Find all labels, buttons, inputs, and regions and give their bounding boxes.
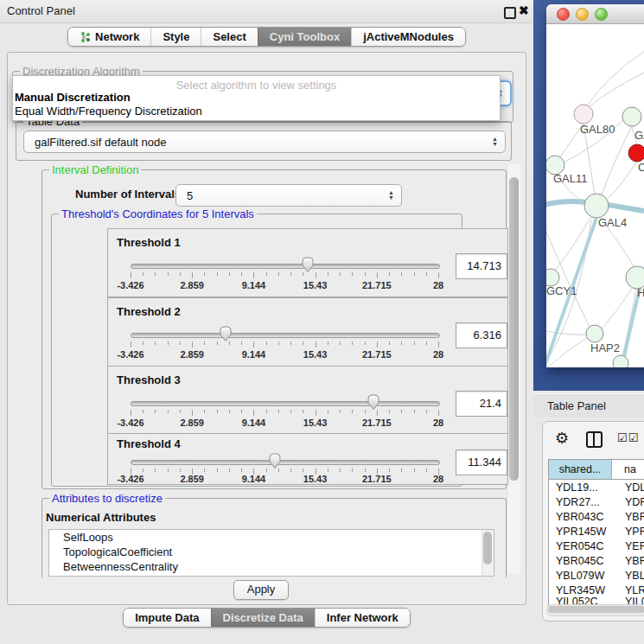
threshold-panel: Threshold 2-3.4262.8599.14415.4321.71528…	[107, 297, 508, 367]
tab-select[interactable]: Select	[201, 28, 257, 46]
network-window-titlebar	[546, 4, 644, 24]
tick-label: -3.426	[117, 349, 143, 360]
column-header-shared[interactable]: shared...	[549, 460, 612, 479]
threshold-label: Threshold 1	[117, 236, 181, 249]
node-label: HAP2	[590, 341, 620, 354]
node-label: H	[637, 286, 644, 299]
threshold-slider-track[interactable]	[131, 264, 440, 269]
tick-label: 28	[433, 349, 443, 360]
float-window-icon[interactable]	[504, 7, 516, 19]
screen: Control Panel ✖ NetworkStyleSelectCyni T…	[0, 0, 644, 644]
thresholds-title: Threshold's Coordinates for 5 Intervals	[59, 207, 257, 220]
threshold-panel: Threshold 3-3.4262.8599.14415.4321.71528…	[107, 366, 508, 434]
network-node-green[interactable]	[622, 107, 641, 126]
threshold-slider-track[interactable]	[131, 401, 440, 406]
tab-impute-data[interactable]: Impute Data	[124, 609, 210, 627]
table-row[interactable]: YDL19...YDL1	[549, 480, 644, 494]
attributes-scrollbar[interactable]	[481, 530, 494, 576]
threshold-slider-thumb[interactable]	[301, 257, 315, 273]
tick-label: 21.715	[362, 349, 392, 360]
checkbox-icons[interactable]: ☑☑	[617, 431, 639, 444]
tick-label: 15.43	[303, 349, 328, 360]
threshold-slider-track[interactable]	[131, 460, 440, 465]
number-of-intervals-combobox[interactable]: 5 ▲▼	[175, 184, 402, 207]
mac-close-icon[interactable]	[557, 8, 570, 21]
network-node-green[interactable]	[586, 325, 603, 342]
attribute-list-item[interactable]: BetweennessCentrality	[49, 559, 494, 574]
gear-icon[interactable]: ⚙	[555, 429, 569, 448]
tab-infer-network[interactable]: Infer Network	[315, 609, 410, 627]
network-node-green[interactable]	[584, 194, 609, 218]
slider-tick-labels: -3.4262.8599.14415.4321.71528	[131, 349, 438, 360]
tick-label: -3.426	[117, 474, 143, 484]
control-panel: Control Panel ✖ NetworkStyleSelectCyni T…	[0, 0, 533, 644]
threshold-value-field[interactable]: 21.4	[456, 391, 507, 417]
table-row[interactable]: YER054CYER0	[549, 539, 644, 553]
attribute-list-item[interactable]: TopologicalCoefficient	[49, 545, 494, 559]
threshold-value-field[interactable]: 6.316	[456, 322, 507, 348]
tick-label: 9.144	[242, 474, 266, 484]
cell-shared-name: YDL19...	[549, 481, 618, 494]
mac-minimize-icon[interactable]	[576, 8, 589, 21]
network-node-plain[interactable]	[574, 105, 593, 124]
network-canvas[interactable]: GAL80GACGAL11GAL4GCY1HHAP2	[546, 24, 644, 367]
numerical-attributes-list[interactable]: SelfLoopsTopologicalCoefficientBetweenne…	[48, 529, 494, 577]
table-hscrollbar-thumb[interactable]	[548, 606, 644, 613]
threshold-value-field[interactable]: 11.344	[456, 450, 507, 475]
network-icon	[80, 31, 91, 43]
tick-label: 21.715	[362, 418, 392, 428]
cell-name: YBR0	[618, 511, 644, 523]
mac-zoom-icon[interactable]	[595, 8, 608, 21]
cell-name: YBL0	[618, 570, 644, 582]
attributes-scrollbar-thumb[interactable]	[483, 532, 492, 564]
table-data-combobox[interactable]: galFiltered.sif default node ▲▼	[23, 131, 506, 153]
tab-discretize-data[interactable]: Discretize Data	[211, 609, 315, 627]
threshold-panel: Threshold 4-3.4262.8599.14415.4321.71528…	[107, 433, 508, 485]
cell-shared-name: YPR145W	[549, 526, 618, 538]
attribute-list-item[interactable]: SelfLoops	[49, 530, 494, 545]
threshold-slider-track[interactable]	[131, 333, 440, 338]
algorithm-dropdown-popup: Select algorithm to view settings Manual…	[12, 75, 501, 121]
tick-label: 2.859	[180, 474, 204, 484]
dropdown-option-manual[interactable]: Manual Discretization	[15, 91, 131, 104]
slider-tick-labels: -3.4262.8599.14415.4321.71528	[131, 418, 438, 428]
cell-shared-name: YLR345W	[549, 584, 618, 596]
threshold-label: Threshold 2	[117, 305, 181, 318]
table-hscrollbar[interactable]	[546, 604, 644, 616]
threshold-value-field[interactable]: 14.713	[456, 253, 507, 279]
panel-title: Control Panel	[7, 4, 75, 17]
settings-scrollbar[interactable]	[507, 164, 520, 574]
tick-label: 15.43	[303, 280, 328, 290]
settings-scrollbar-thumb[interactable]	[509, 177, 519, 481]
tab-jactivemnodules[interactable]: jActiveMNodules	[351, 28, 465, 46]
apply-button[interactable]: Apply	[233, 580, 289, 600]
table-row[interactable]: YBL079WYBL0	[549, 568, 644, 583]
table-row[interactable]: YDR27...YDR2	[549, 494, 644, 509]
tab-cyni-toolbox[interactable]: Cyni Toolbox	[258, 28, 351, 46]
network-node-red[interactable]	[628, 144, 644, 162]
tick-label: 2.859	[180, 418, 204, 428]
tick-label: 21.715	[362, 474, 392, 484]
interval-definition-title: Interval Definition	[49, 163, 141, 176]
table-row[interactable]: YBR045CYBR0	[549, 553, 644, 568]
tab-network[interactable]: Network	[68, 28, 150, 46]
threshold-label: Threshold 3	[117, 373, 181, 386]
table-data-group: Table Data galFiltered.sif default node …	[16, 121, 512, 161]
threshold-slider-thumb[interactable]	[219, 326, 233, 342]
network-node-green[interactable]	[546, 269, 559, 286]
threshold-slider-thumb[interactable]	[367, 394, 380, 411]
network-node-green[interactable]	[613, 355, 628, 367]
dropdown-option-equal-width[interactable]: Equal Width/Frequency Discretization	[15, 105, 202, 118]
node-label: GAL80	[580, 123, 615, 136]
tab-label: jActiveMNodules	[363, 30, 454, 43]
tab-style[interactable]: Style	[150, 28, 201, 46]
table-row[interactable]: YLR345WYLR3	[549, 583, 644, 597]
tab-label: Network	[95, 30, 139, 43]
table-row[interactable]: YPR145WYPR1	[549, 524, 644, 539]
threshold-slider-thumb[interactable]	[268, 453, 282, 469]
close-icon[interactable]: ✖	[519, 3, 529, 17]
column-layout-icon[interactable]	[586, 431, 603, 448]
numerical-attributes-label: Numerical Attributes	[46, 511, 156, 524]
table-row[interactable]: YBR043CYBR0	[549, 509, 644, 524]
column-header-name[interactable]: na	[612, 460, 636, 479]
